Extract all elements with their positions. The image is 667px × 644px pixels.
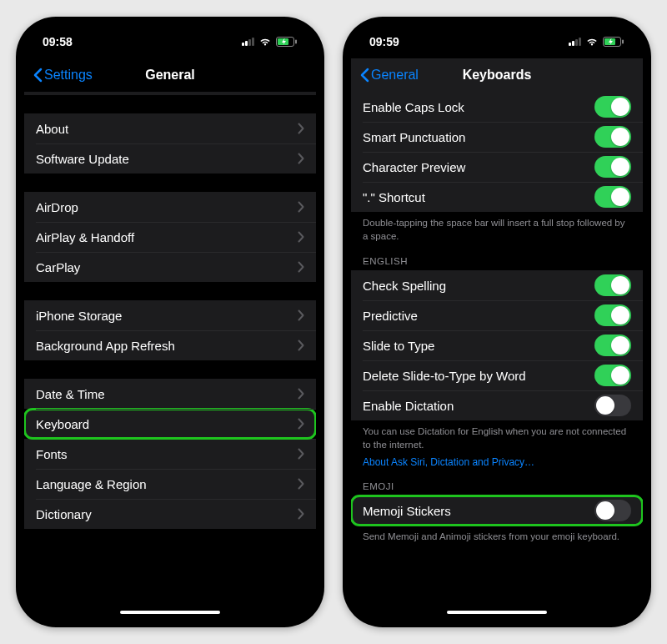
group-footer: You can use Dictation for English when y… [351, 420, 643, 453]
chevron-right-icon [298, 123, 304, 134]
row-date-time[interactable]: Date & Time [24, 379, 316, 409]
wifi-icon [585, 37, 599, 47]
row-carplay[interactable]: CarPlay [24, 252, 316, 282]
row-label: Check Spelling [363, 279, 594, 293]
group-footer: Double-tapping the space bar will insert… [351, 212, 643, 244]
row-label: iPhone Storage [36, 309, 298, 323]
chevron-right-icon [298, 418, 304, 430]
row-dictionary[interactable]: Dictionary [24, 499, 316, 529]
status-time: 09:59 [369, 35, 399, 48]
row-label: Date & Time [36, 387, 298, 401]
row-label: "." Shortcut [363, 190, 594, 204]
row-label: Character Preview [363, 160, 594, 174]
chevron-left-icon [359, 68, 369, 83]
chevron-right-icon [298, 478, 304, 490]
settings-group: Enable Caps LockSmart PunctuationCharact… [351, 92, 643, 212]
settings-group: AboutSoftware Update [24, 113, 316, 174]
settings-group: Check SpellingPredictiveSlide to TypeDel… [351, 270, 643, 420]
row-label: Dictionary [36, 507, 298, 521]
toggle-enable-dictation[interactable] [594, 395, 631, 416]
row-label: Delete Slide-to-Type by Word [363, 369, 594, 383]
row-label: AirDrop [36, 200, 298, 214]
row-software-update[interactable]: Software Update [24, 143, 316, 174]
chevron-right-icon [298, 261, 304, 273]
row-predictive[interactable]: Predictive [351, 300, 643, 330]
row-airplay-handoff[interactable]: AirPlay & Handoff [24, 222, 316, 252]
settings-list[interactable]: Enable Caps LockSmart PunctuationCharact… [351, 92, 643, 619]
toggle-character-preview[interactable] [594, 156, 631, 178]
chevron-right-icon [298, 309, 304, 321]
row-label: AirPlay & Handoff [36, 230, 298, 244]
svg-rect-2 [295, 40, 297, 44]
chevron-right-icon [298, 448, 304, 460]
chevron-right-icon [298, 231, 304, 243]
row-character-preview[interactable]: Character Preview [351, 152, 643, 182]
back-label: Settings [44, 68, 93, 83]
privacy-link[interactable]: About Ask Siri, Dictation and Privacy… [351, 453, 643, 470]
chevron-right-icon [298, 388, 304, 400]
row-label: Software Update [36, 152, 298, 166]
row-check-spelling[interactable]: Check Spelling [351, 270, 643, 300]
row-memoji-stickers[interactable]: Memoji Stickers [351, 496, 643, 526]
toggle-delete-slide-to-type-by-word[interactable] [594, 365, 631, 386]
row-background-app-refresh[interactable]: Background App Refresh [24, 330, 316, 360]
chevron-right-icon [298, 153, 304, 164]
chevron-left-icon [33, 68, 43, 83]
phone-keyboards: 09:59 General Keyboards [343, 17, 651, 627]
row-label: Language & Region [36, 477, 298, 491]
row-airdrop[interactable]: AirDrop [24, 192, 316, 222]
nav-bar: General Keyboards [351, 58, 643, 92]
back-label: General [371, 68, 419, 83]
notch [102, 25, 239, 45]
row-label: Background App Refresh [36, 339, 298, 353]
row-slide-to-type[interactable]: Slide to Type [351, 330, 643, 360]
row-language-region[interactable]: Language & Region [24, 469, 316, 499]
wifi-icon [258, 37, 272, 47]
chevron-right-icon [298, 201, 304, 213]
phone-screen: 09:59 General Keyboards [351, 25, 643, 619]
settings-list[interactable]: AboutSoftware UpdateAirDropAirPlay & Han… [24, 92, 316, 619]
chevron-right-icon [298, 340, 304, 351]
settings-group: Date & TimeKeyboardFontsLanguage & Regio… [24, 379, 316, 529]
row-label: About [36, 122, 298, 136]
section-header-english: ENGLISH [351, 244, 643, 270]
row-enable-caps-lock[interactable]: Enable Caps Lock [351, 92, 643, 122]
status-time: 09:58 [43, 35, 73, 48]
row-label: Memoji Stickers [363, 504, 594, 518]
battery-charging-icon [276, 37, 298, 47]
phone-general: 09:58 Settings General [16, 17, 324, 627]
back-button[interactable]: General [359, 68, 419, 83]
nav-bar: Settings General [24, 58, 316, 92]
status-icons [569, 37, 624, 47]
toggle-shortcut[interactable] [594, 186, 631, 208]
back-button[interactable]: Settings [33, 68, 93, 83]
row-iphone-storage[interactable]: iPhone Storage [24, 300, 316, 330]
status-icons [242, 37, 298, 47]
row-label: Keyboard [36, 417, 298, 431]
settings-group: iPhone StorageBackground App Refresh [24, 300, 316, 360]
toggle-check-spelling[interactable] [594, 274, 631, 296]
svg-rect-5 [622, 40, 624, 44]
row-fonts[interactable]: Fonts [24, 439, 316, 469]
home-indicator[interactable] [447, 611, 547, 614]
row-smart-punctuation[interactable]: Smart Punctuation [351, 122, 643, 152]
toggle-smart-punctuation[interactable] [594, 126, 631, 148]
row-delete-slide-to-type-by-word[interactable]: Delete Slide-to-Type by Word [351, 360, 643, 390]
toggle-predictive[interactable] [594, 304, 631, 326]
row-label: Enable Caps Lock [363, 100, 594, 114]
settings-group: AirDropAirPlay & HandoffCarPlay [24, 192, 316, 282]
toggle-slide-to-type[interactable] [594, 335, 631, 356]
row-enable-dictation[interactable]: Enable Dictation [351, 390, 643, 420]
cellular-signal-icon [569, 38, 581, 46]
row-label: Fonts [36, 447, 298, 461]
battery-charging-icon [603, 37, 624, 47]
toggle-memoji-stickers[interactable] [594, 500, 631, 521]
toggle-enable-caps-lock[interactable] [594, 96, 631, 118]
row-about[interactable]: About [24, 113, 316, 143]
notch [429, 25, 566, 45]
home-indicator[interactable] [120, 611, 220, 614]
row-shortcut[interactable]: "." Shortcut [351, 182, 643, 212]
row-keyboard[interactable]: Keyboard [24, 409, 316, 439]
section-header-emoji: EMOJI [351, 470, 643, 496]
phone-screen: 09:58 Settings General [24, 25, 316, 619]
